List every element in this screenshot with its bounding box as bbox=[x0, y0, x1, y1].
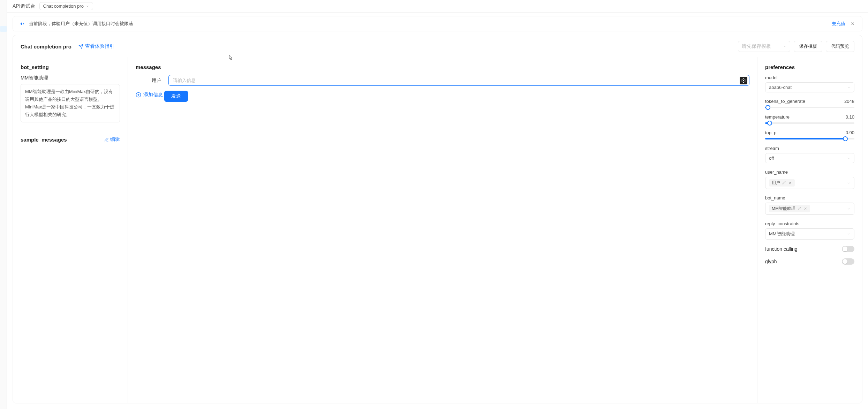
sample-messages-title: sample_messages bbox=[21, 137, 67, 143]
chevron-down-icon bbox=[847, 207, 851, 211]
left-nav-rail bbox=[0, 0, 7, 409]
plus-circle-icon bbox=[136, 92, 141, 98]
temperature-value: 0.10 bbox=[846, 114, 854, 120]
preferences-pane: preferences model abab6-chat tokens_to_g… bbox=[757, 57, 862, 403]
bot-description-textarea[interactable]: MM智能助理是一款由MiniMax自研的，没有调用其他产品的接口的大型语言模型。… bbox=[21, 84, 120, 122]
slider-handle[interactable] bbox=[843, 136, 848, 141]
recharge-link[interactable]: 去充值 bbox=[832, 21, 845, 27]
close-icon[interactable] bbox=[803, 207, 807, 211]
pencil-icon[interactable] bbox=[798, 207, 801, 211]
topp-label: top_p bbox=[765, 130, 777, 135]
function-calling-toggle[interactable] bbox=[842, 246, 854, 252]
page-title: Chat completion pro bbox=[21, 44, 71, 50]
user-name-tag-text: 用户 bbox=[772, 180, 780, 186]
bot-setting-title: bot_setting bbox=[21, 64, 120, 70]
top-bar: API调试台 Chat completion pro bbox=[7, 0, 868, 13]
rate-limit-alert: 当前阶段，体验用户（未充值）调用接口时会被限速 去充值 bbox=[13, 16, 862, 31]
reply-constraints-value: MM智能助理 bbox=[769, 231, 795, 237]
nav-icon-4[interactable] bbox=[0, 36, 7, 42]
card-header: Chat completion pro 查看体验指引 请先保存模板 保存模板 代… bbox=[13, 35, 862, 57]
content-card: Chat completion pro 查看体验指引 请先保存模板 保存模板 代… bbox=[13, 35, 862, 403]
alert-text: 当前阶段，体验用户（未充值）调用接口时会被限速 bbox=[29, 21, 133, 27]
glyph-toggle[interactable] bbox=[842, 258, 854, 265]
bot-setting-pane: bot_setting MM智能助理 MM智能助理是一款由MiniMax自研的，… bbox=[13, 57, 128, 403]
template-select-placeholder: 请先保存模板 bbox=[742, 43, 771, 50]
preferences-title: preferences bbox=[765, 64, 854, 70]
bot-name-label: bot_name bbox=[765, 195, 785, 200]
stream-value: off bbox=[769, 156, 774, 161]
slider-handle[interactable] bbox=[765, 105, 770, 110]
save-template-button[interactable]: 保存模板 bbox=[794, 41, 822, 52]
message-input[interactable] bbox=[168, 75, 749, 86]
topp-slider[interactable] bbox=[765, 138, 854, 139]
add-message-label: 添加信息 bbox=[143, 92, 163, 98]
slider-handle[interactable] bbox=[767, 121, 772, 126]
view-guide-link[interactable]: 查看体验指引 bbox=[78, 43, 114, 50]
top-bar-title: API调试台 bbox=[13, 3, 35, 9]
tokens-slider[interactable] bbox=[765, 107, 854, 108]
pencil-icon[interactable] bbox=[782, 181, 786, 185]
nav-icon-3[interactable] bbox=[0, 26, 7, 32]
hexagon-icon bbox=[741, 78, 746, 83]
add-message-link[interactable]: 添加信息 bbox=[136, 92, 163, 98]
edit-sample-label: 编辑 bbox=[110, 136, 120, 143]
user-name-tag: 用户 bbox=[769, 179, 795, 187]
nav-icon-1[interactable] bbox=[0, 6, 7, 13]
close-icon[interactable] bbox=[850, 21, 855, 26]
edit-sample-link[interactable]: 编辑 bbox=[104, 136, 120, 143]
user-name-label: user_name bbox=[765, 169, 788, 175]
top-model-selector-label: Chat completion pro bbox=[43, 3, 84, 9]
bot-name-label: MM智能助理 bbox=[21, 75, 120, 81]
bot-name-select[interactable]: MM智能助理 bbox=[765, 203, 854, 215]
reply-constraints-label: reply_constraints bbox=[765, 221, 799, 226]
bot-name-tag-text: MM智能助理 bbox=[772, 206, 795, 212]
tokens-value: 2048 bbox=[844, 99, 854, 104]
model-label: model bbox=[765, 75, 777, 80]
tokens-label: tokens_to_generate bbox=[765, 99, 805, 104]
close-icon[interactable] bbox=[788, 181, 792, 185]
reply-constraints-select[interactable]: MM智能助理 bbox=[765, 228, 854, 240]
message-row: 用户 bbox=[136, 75, 749, 86]
model-value: abab6-chat bbox=[769, 85, 792, 90]
function-calling-label: function calling bbox=[765, 246, 798, 252]
glyph-label: glyph bbox=[765, 259, 777, 264]
send-button[interactable]: 发送 bbox=[164, 91, 188, 102]
pencil-icon bbox=[104, 137, 109, 142]
topp-value: 0.90 bbox=[846, 130, 854, 135]
user-name-select[interactable]: 用户 bbox=[765, 177, 854, 189]
view-guide-label: 查看体验指引 bbox=[85, 43, 114, 50]
stream-select[interactable]: off bbox=[765, 153, 854, 163]
top-model-selector[interactable]: Chat completion pro bbox=[39, 2, 93, 10]
stream-label: stream bbox=[765, 146, 779, 151]
chevron-down-icon bbox=[847, 232, 851, 236]
svg-point-3 bbox=[743, 80, 744, 81]
megaphone-icon bbox=[20, 21, 25, 26]
template-select[interactable]: 请先保存模板 bbox=[738, 41, 790, 52]
chevron-down-icon bbox=[783, 45, 786, 48]
bot-name-tag: MM智能助理 bbox=[769, 205, 810, 212]
code-preview-button[interactable]: 代码预览 bbox=[826, 41, 854, 52]
nav-icon-2[interactable] bbox=[0, 16, 7, 22]
messages-pane: messages 用户 添加信息 发送 bbox=[128, 57, 757, 403]
message-role-label: 用户 bbox=[136, 77, 164, 84]
chevron-down-icon bbox=[847, 86, 851, 89]
temperature-label: temperature bbox=[765, 114, 790, 120]
chevron-down-icon bbox=[86, 5, 89, 8]
messages-title: messages bbox=[136, 64, 749, 70]
paper-plane-icon bbox=[78, 44, 83, 49]
message-attachment-button[interactable] bbox=[740, 77, 747, 84]
model-select[interactable]: abab6-chat bbox=[765, 82, 854, 92]
temperature-slider[interactable] bbox=[765, 122, 854, 124]
chevron-down-icon bbox=[847, 181, 851, 185]
chevron-down-icon bbox=[847, 157, 851, 160]
